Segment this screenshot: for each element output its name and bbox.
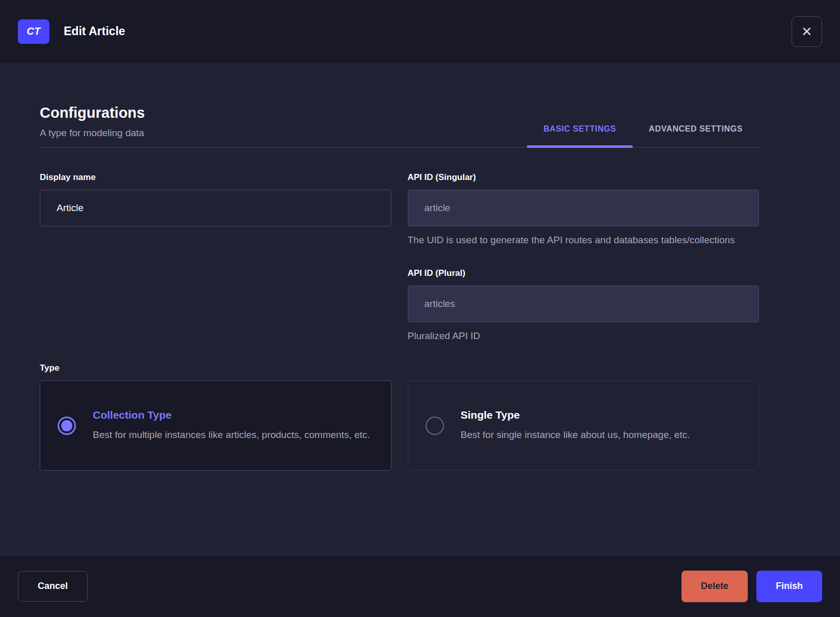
page-title: Configurations: [40, 105, 145, 121]
heading-row: Configurations A type for modeling data …: [40, 105, 759, 148]
modal-footer: Cancel Delete Finish: [0, 555, 840, 617]
heading-text: Configurations A type for modeling data: [40, 105, 145, 147]
api-id-singular-label: API ID (Singular): [408, 172, 759, 183]
type-label: Type: [40, 363, 759, 373]
cancel-button[interactable]: Cancel: [18, 571, 88, 602]
api-id-singular-field-block: API ID (Singular) The UID is used to gen…: [408, 172, 759, 248]
single-type-description: Best for single instance like about us, …: [461, 427, 690, 443]
type-option-collection-type[interactable]: Collection Type Best for multiple instan…: [40, 380, 391, 471]
collection-type-title: Collection Type: [93, 409, 370, 421]
configuration-form: Display name API ID (Singular) The UID i…: [40, 172, 759, 344]
form-column-left: Display name: [40, 172, 391, 344]
display-name-label: Display name: [40, 172, 391, 183]
tab-basic-settings-label: BASIC SETTINGS: [543, 124, 616, 133]
content-type-badge-label: CT: [27, 25, 41, 37]
footer-right-actions: Delete Finish: [681, 571, 822, 602]
api-id-plural-field-block: API ID (Plural) Pluralized API ID: [408, 268, 759, 344]
type-cards: Collection Type Best for multiple instan…: [40, 380, 759, 471]
close-icon: ✕: [801, 25, 812, 38]
page-subtitle: A type for modeling data: [40, 127, 145, 147]
content-type-badge-icon: CT: [18, 19, 49, 44]
single-type-title: Single Type: [461, 409, 690, 421]
type-option-single-type[interactable]: Single Type Best for single instance lik…: [408, 380, 759, 471]
display-name-input[interactable]: [40, 190, 391, 226]
collection-type-description: Best for multiple instances like article…: [93, 427, 370, 443]
finish-button[interactable]: Finish: [756, 571, 822, 602]
radio-checked-icon[interactable]: [58, 417, 76, 435]
delete-button[interactable]: Delete: [681, 571, 748, 602]
tab-advanced-settings-label: ADVANCED SETTINGS: [649, 124, 743, 133]
tab-basic-settings[interactable]: BASIC SETTINGS: [527, 114, 633, 147]
tab-advanced-settings[interactable]: ADVANCED SETTINGS: [633, 114, 759, 147]
api-id-plural-label: API ID (Plural): [408, 268, 759, 278]
api-id-plural-input: [408, 286, 759, 322]
modal-title: Edit Article: [64, 24, 125, 38]
radio-dot: [61, 420, 72, 431]
modal-header: CT Edit Article ✕: [0, 0, 840, 63]
radio-unchecked-icon[interactable]: [426, 417, 444, 435]
display-name-field-block: Display name: [40, 172, 391, 226]
type-section: Type Collection Type Best for multiple i…: [40, 363, 759, 471]
api-id-singular-input: [408, 190, 759, 226]
settings-tabs: BASIC SETTINGS ADVANCED SETTINGS: [527, 114, 759, 147]
form-column-right: API ID (Singular) The UID is used to gen…: [408, 172, 759, 344]
collection-type-text: Collection Type Best for multiple instan…: [93, 409, 370, 443]
modal-body: Configurations A type for modeling data …: [0, 63, 840, 555]
edit-content-type-modal: CT Edit Article ✕ Configurations A type …: [0, 0, 840, 617]
single-type-text: Single Type Best for single instance lik…: [461, 409, 690, 443]
api-id-plural-hint: Pluralized API ID: [408, 328, 759, 344]
active-tab-indicator: [527, 145, 633, 148]
api-id-singular-hint: The UID is used to generate the API rout…: [408, 233, 759, 248]
close-button[interactable]: ✕: [792, 16, 822, 47]
